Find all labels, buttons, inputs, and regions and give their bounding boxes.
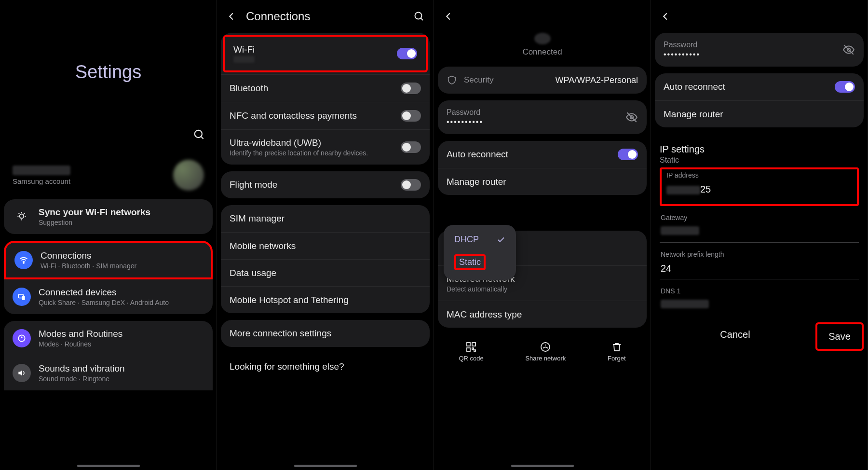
auto-reconnect-row[interactable]: Auto reconnect [438,141,647,168]
save-button[interactable]: Save [815,322,864,351]
uwb-row[interactable]: Ultra-wideband (UWB) Identify the precis… [221,129,430,165]
header-title: Connections [246,10,405,23]
nfc-row[interactable]: NFC and contactless payments [221,102,430,129]
wifi-row[interactable]: Wi-Fi [223,35,428,72]
gateway-field[interactable] [660,224,859,243]
bottom-action-bar: QR code Share network Forget [438,334,647,365]
password-label: Password [664,41,842,49]
auto-reconnect-toggle[interactable] [618,149,638,160]
svg-line-1 [201,137,203,139]
account-row[interactable]: Samsung account [4,160,213,199]
wifi-icon [14,251,33,269]
visibility-off-icon[interactable] [842,43,855,56]
auto-reconnect-toggle[interactable] [835,81,855,93]
svg-rect-19 [467,348,470,351]
cancel-button[interactable]: Cancel [655,322,815,351]
sim-manager-row[interactable]: SIM manager [221,205,430,232]
connected-devices-item[interactable]: Connected devices Quick Share · Samsung … [4,279,213,314]
connections-item[interactable]: Connections Wi-Fi · Bluetooth · SIM mana… [4,241,213,279]
home-indicator[interactable] [294,465,357,467]
security-value: WPA/WPA2-Personal [556,75,638,85]
data-usage-row[interactable]: Data usage [221,259,430,286]
account-name-blur [13,166,70,175]
visibility-off-icon[interactable] [625,111,638,124]
wifi-label: Wi-Fi [233,44,397,55]
flight-mode-card[interactable]: Flight mode [221,171,430,198]
share-button[interactable]: Share network [525,341,566,362]
ip-settings-dropdown[interactable]: DHCP Static [444,225,516,280]
sounds-item[interactable]: Sounds and vibration Sound mode · Ringto… [4,356,213,390]
prefix-label: Network prefix length [661,250,858,258]
suggestion-sub: Suggestion [39,219,204,226]
manage-router-row[interactable]: Manage router [655,100,864,127]
search-button[interactable] [412,10,426,23]
looking-for[interactable]: Looking for something else? [221,354,430,380]
mobile-networks-row[interactable]: Mobile networks [221,232,430,259]
shield-icon [447,75,457,85]
svg-point-9 [23,263,24,263]
password-card[interactable]: Password •••••••••• [438,100,647,134]
qr-code-button[interactable]: QR code [459,341,483,362]
dropdown-option-static[interactable]: Static [444,249,516,275]
item-sub: Modes · Routines [39,340,204,348]
svg-line-7 [19,213,20,214]
home-indicator[interactable] [77,465,140,467]
more-settings-card[interactable]: More connection settings [221,320,430,347]
connections-panel: Connections Wi-Fi Bluetooth NFC and cont… [217,0,434,470]
routines-icon [13,329,31,347]
label: Flight mode [230,180,401,190]
manage-router-row[interactable]: Manage router [438,168,647,195]
ip-settings-panel: Password •••••••••• Auto reconnect Manag… [651,0,868,470]
label: Ultra-wideband (UWB) [230,138,401,148]
password-label: Password [447,108,625,117]
item-title: Modes and Routines [39,329,204,339]
forget-button[interactable]: Forget [608,341,626,362]
svg-rect-21 [474,350,475,351]
action-buttons: Cancel Save [655,316,864,355]
svg-point-2 [20,214,24,219]
bluetooth-row[interactable]: Bluetooth [221,74,430,102]
network-icon [534,33,551,44]
dns1-field[interactable] [660,298,859,316]
svg-rect-18 [472,343,475,346]
svg-rect-17 [467,343,470,346]
password-card[interactable]: Password •••••••••• [655,33,864,67]
svg-point-0 [195,130,202,138]
ip-address-field[interactable]: IP address 25 [660,167,859,206]
hotspot-row[interactable]: Mobile Hotspot and Tethering [221,286,430,313]
back-button[interactable] [442,10,455,23]
modes-item[interactable]: Modes and Routines Modes · Routines [4,321,213,356]
back-button[interactable] [659,10,672,23]
label: Bluetooth [230,83,401,94]
auto-reconnect-row[interactable]: Auto reconnect [655,73,864,100]
back-button[interactable] [225,10,238,23]
dns1-label: DNS 1 [661,287,858,295]
svg-line-8 [24,213,25,214]
mac-row[interactable]: MAC address type [438,301,647,328]
ip-settings-section: IP settings Static IP address 25 Gateway… [655,134,864,316]
prefix-field[interactable]: 24 [660,261,859,279]
account-sub: Samsung account [13,177,173,185]
dropdown-option-dhcp[interactable]: DHCP [444,230,516,249]
wifi-toggle[interactable] [397,48,417,59]
search-button[interactable] [192,128,206,141]
nfc-toggle[interactable] [401,110,421,122]
item-title: Connected devices [39,287,204,298]
gateway-blur [661,226,699,235]
home-indicator[interactable] [511,465,574,467]
uwb-toggle[interactable] [401,141,421,153]
password-mask: •••••••••• [447,118,625,126]
connection-status: Connected [438,47,647,57]
reconnect-router-card: Auto reconnect Manage router [438,141,647,195]
avatar[interactable] [173,160,204,191]
settings-panel: Settings Samsung account Sync your Wi-Fi… [0,0,217,470]
bulb-icon [13,207,31,226]
flight-toggle[interactable] [401,179,421,191]
sound-icon [13,364,31,382]
label: NFC and contactless payments [230,111,401,121]
svg-line-14 [421,18,423,21]
ip-settings-value[interactable]: Static [660,156,859,165]
suggestion-card[interactable]: Sync your Wi-Fi networks Suggestion [4,199,213,234]
bluetooth-toggle[interactable] [401,83,421,94]
item-title: Sounds and vibration [39,363,204,374]
